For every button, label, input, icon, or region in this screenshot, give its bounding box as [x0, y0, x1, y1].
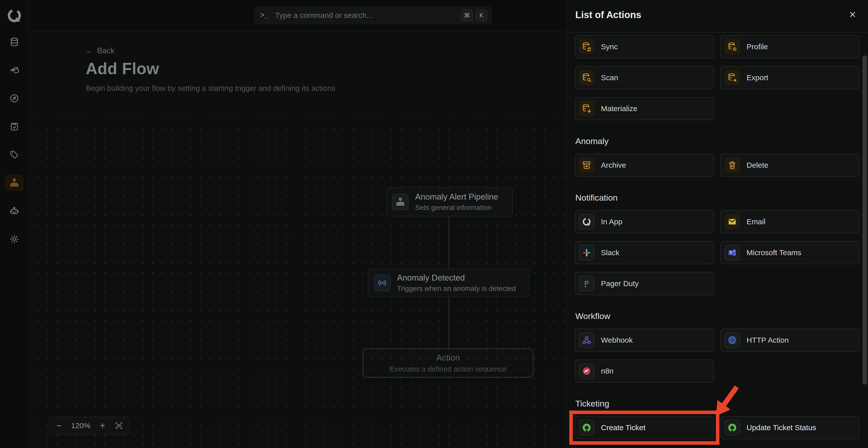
action-materialize-button[interactable]: Materialize	[575, 97, 714, 120]
zoom-out-button[interactable]: −	[56, 421, 62, 430]
database-sync-icon	[579, 39, 594, 55]
zoom-toolbar: − 120% +	[49, 417, 130, 435]
zoom-level: 120%	[71, 421, 91, 430]
slack-icon	[579, 245, 594, 260]
action-label: Materialize	[601, 104, 638, 113]
sidebar-item-flows[interactable]	[5, 174, 24, 191]
command-searchbox[interactable]: >_ ⌘ K	[254, 6, 492, 24]
zoom-in-button[interactable]: +	[100, 421, 105, 430]
action-teams-button[interactable]: T Microsoft Teams	[720, 241, 860, 264]
action-grid-source: Sync Profile	[575, 35, 859, 120]
close-icon[interactable]: ×	[849, 7, 856, 21]
flow-builder-app: >_ ⌘ K ← Back Add Flow Begin building yo…	[0, 0, 868, 448]
q-logo-icon	[6, 7, 22, 24]
database-profile-icon	[724, 39, 740, 55]
action-export-button[interactable]: Export	[720, 66, 860, 89]
panel-body: Sync Profile	[567, 33, 868, 439]
tag-icon	[9, 150, 19, 160]
search-input[interactable]	[275, 11, 458, 20]
back-label: Back	[97, 46, 115, 55]
node-title: Action	[436, 353, 460, 362]
compass-icon	[9, 93, 19, 103]
action-label: Microsoft Teams	[747, 248, 801, 257]
section-heading-ticketing: Ticketing	[575, 399, 859, 409]
trash-icon	[724, 157, 740, 173]
action-label: n8n	[601, 367, 614, 375]
action-archive-button[interactable]: Archive	[575, 154, 714, 177]
archive-icon	[579, 157, 594, 173]
sidebar-item-ingest[interactable]	[5, 62, 24, 78]
terminal-prompt-icon: >_	[260, 11, 269, 20]
section-heading-notification: Notification	[575, 193, 859, 203]
sidebar-item-tags[interactable]	[5, 146, 24, 163]
action-label: Email	[747, 218, 766, 226]
database-export-icon	[724, 70, 740, 86]
sidebar-item-datasets[interactable]	[5, 34, 24, 50]
sidebar-item-explore[interactable]	[5, 90, 24, 106]
action-delete-button[interactable]: Delete	[720, 154, 860, 177]
svg-text:P: P	[584, 279, 589, 287]
sidebar-item-checks[interactable]	[5, 118, 24, 135]
action-update-ticket-status-button[interactable]: Update Ticket Status	[720, 416, 860, 439]
action-label: Create Ticket	[601, 423, 646, 432]
webhook-icon	[579, 332, 594, 348]
fit-view-icon	[115, 421, 123, 430]
edge-connector	[448, 297, 450, 348]
back-button[interactable]: ← Back	[86, 46, 335, 55]
gear-icon	[9, 234, 19, 244]
database-icon	[9, 37, 19, 47]
annotation-highlight-box: Create Ticket	[575, 416, 714, 439]
page-title: Add Flow	[86, 59, 335, 78]
fit-view-button[interactable]	[115, 421, 123, 430]
action-webhook-button[interactable]: Webhook	[575, 328, 714, 352]
ticket-q-icon	[724, 420, 740, 436]
action-pagerduty-button[interactable]: P Pager Duty	[575, 272, 714, 295]
node-pipeline[interactable]: Anomaly Alert Pipeline Sets general info…	[386, 187, 513, 217]
action-label: Update Ticket Status	[747, 423, 816, 432]
clipboard-check-icon	[9, 121, 19, 131]
flow-icon	[392, 194, 409, 210]
action-scan-button[interactable]: Scan	[575, 66, 714, 89]
bot-icon	[9, 206, 19, 216]
action-label: Webhook	[601, 336, 633, 345]
action-http-button[interactable]: HTTP Action	[720, 328, 860, 352]
svg-text:T: T	[730, 251, 732, 255]
node-title: Anomaly Alert Pipeline	[415, 192, 498, 202]
node-action-placeholder[interactable]: Action Executes a defined action sequenc…	[363, 348, 534, 378]
sidebar-item-settings[interactable]	[5, 231, 24, 247]
section-heading-anomaly: Anomaly	[575, 136, 859, 146]
action-slack-button[interactable]: Slack	[575, 241, 714, 264]
ingest-icon	[9, 65, 19, 75]
flow-canvas: ← Back Add Flow Begin building your flow…	[29, 31, 566, 448]
back-arrow-icon: ←	[86, 46, 94, 55]
action-sync-button[interactable]: Sync	[575, 35, 714, 58]
sidebar-item-assistant[interactable]	[5, 203, 24, 219]
action-inapp-button[interactable]: In App	[575, 210, 714, 233]
sidebar	[0, 0, 29, 448]
action-grid-notification: In App Email	[575, 210, 859, 295]
pagerduty-icon: P	[579, 276, 594, 291]
topbar: >_ ⌘ K	[29, 0, 566, 31]
action-grid-ticketing: Create Ticket Update Ticket Status	[575, 416, 859, 439]
node-subtitle: Executes a defined action sequence	[390, 365, 507, 373]
node-trigger[interactable]: Anomaly Detected Triggers when an anomal…	[368, 268, 530, 297]
action-label: In App	[601, 218, 622, 226]
sidebar-nav	[5, 34, 24, 247]
action-label: Profile	[747, 42, 768, 51]
panel-scrollbar[interactable]	[863, 55, 867, 385]
action-label: Slack	[601, 248, 619, 257]
envelope-icon	[724, 214, 740, 229]
q-ring-icon	[579, 214, 594, 229]
action-label: Archive	[601, 161, 626, 169]
database-materialize-icon	[579, 101, 594, 117]
action-email-button[interactable]: Email	[720, 210, 860, 233]
action-label: Delete	[747, 161, 768, 169]
flow-icon	[9, 178, 19, 188]
node-subtitle: Triggers when an anomaly is detected	[397, 285, 516, 293]
section-heading-workflow: Workflow	[575, 311, 859, 321]
action-create-ticket-button[interactable]: Create Ticket	[575, 416, 714, 439]
panel-title: List of Actions	[575, 9, 641, 20]
action-n8n-button[interactable]: n8n	[575, 359, 714, 383]
action-label: HTTP Action	[747, 336, 789, 345]
action-profile-button[interactable]: Profile	[720, 35, 860, 58]
